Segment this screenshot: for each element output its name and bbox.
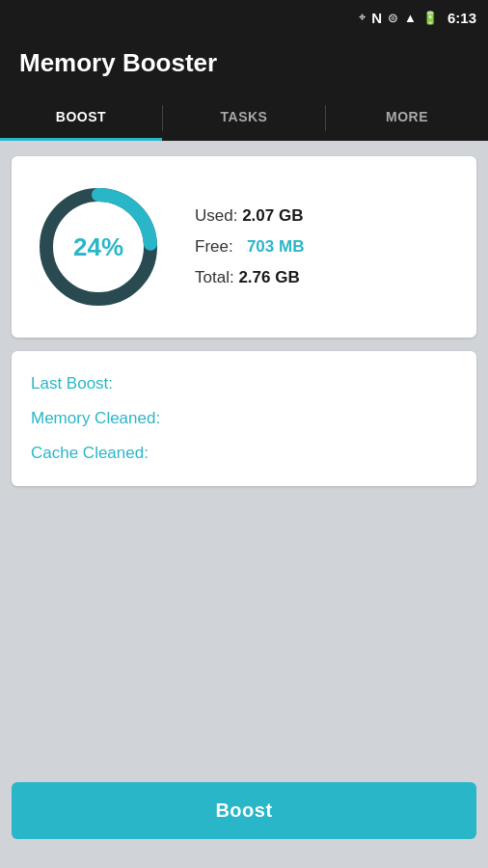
last-boost-label: Last Boost: — [31, 374, 457, 393]
memory-card: 24% Used: 2.07 GB Free: 703 MB Total: 2.… — [12, 156, 476, 338]
status-time: 6:13 — [447, 10, 476, 26]
status-icons: ⌖ N ⊜ ▲ 🔋 6:13 — [359, 10, 476, 26]
main-content: 24% Used: 2.07 GB Free: 703 MB Total: 2.… — [0, 141, 488, 778]
boost-button[interactable]: Boost — [12, 782, 476, 839]
tab-tasks[interactable]: TASKS — [163, 95, 325, 141]
boost-info-card: Last Boost: Memory Cleaned: Cache Cleane… — [12, 351, 476, 486]
battery-icon: 🔋 — [422, 11, 438, 25]
app-title: Memory Booster — [19, 48, 217, 77]
tab-boost[interactable]: BOOST — [0, 95, 162, 141]
free-value: 703 MB — [247, 237, 305, 256]
total-label: Total: — [195, 268, 234, 286]
tab-more[interactable]: MORE — [326, 95, 488, 141]
total-value: 2.76 GB — [238, 268, 299, 286]
bluetooth-icon: ⌖ — [359, 10, 366, 25]
used-stat: Used: 2.07 GB — [195, 206, 304, 226]
memory-stats: Used: 2.07 GB Free: 703 MB Total: 2.76 G… — [195, 206, 304, 287]
wifi-icon: ⊜ — [388, 11, 398, 25]
boost-button-container: Boost — [0, 782, 488, 839]
signal-icon: ▲ — [404, 11, 417, 25]
app-header: Memory Booster — [0, 35, 488, 95]
cache-cleaned-label: Cache Cleaned: — [31, 444, 457, 463]
free-label: Free: — [195, 237, 233, 256]
used-value: 2.07 GB — [242, 206, 303, 225]
total-stat: Total: 2.76 GB — [195, 268, 304, 287]
donut-chart: 24% — [31, 179, 166, 314]
tab-bar: BOOST TASKS MORE — [0, 95, 488, 141]
donut-percentage: 24% — [73, 232, 123, 262]
memory-cleaned-label: Memory Cleaned: — [31, 409, 457, 428]
free-stat: Free: 703 MB — [195, 237, 304, 257]
network-n-icon: N — [371, 10, 382, 26]
used-label: Used: — [195, 206, 237, 225]
status-bar: ⌖ N ⊜ ▲ 🔋 6:13 — [0, 0, 488, 35]
bottom-spacer — [0, 839, 488, 868]
